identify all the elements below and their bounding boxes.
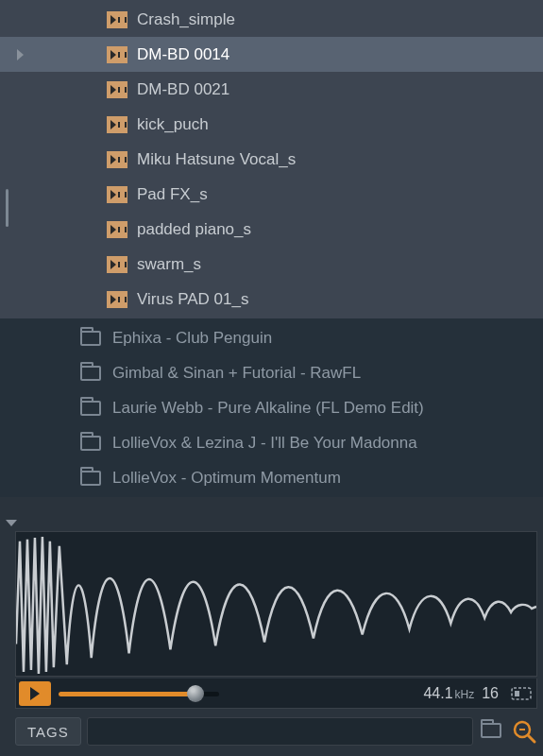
play-button[interactable] [19, 681, 51, 706]
folder-row[interactable]: Laurie Webb - Pure Alkaline (FL Demo Edi… [0, 390, 543, 425]
sample-row[interactable]: DM-BD 0021 [0, 72, 543, 107]
search-input[interactable] [87, 717, 473, 746]
sample-icon [107, 81, 127, 98]
sample-label: swarm_s [137, 255, 201, 274]
volume-slider[interactable] [59, 685, 219, 702]
sample-label: DM-BD 0014 [137, 45, 229, 64]
folder-icon [80, 331, 101, 346]
svg-rect-1 [515, 691, 519, 696]
folder-icon [80, 436, 101, 451]
sample-label: Miku Hatsune Vocal_s [137, 150, 296, 169]
collapse-arrow-icon[interactable] [6, 520, 17, 526]
folder-label: Ephixa - Club Penguin [112, 329, 272, 348]
tags-button[interactable]: TAGS [15, 717, 81, 746]
sample-icon [107, 151, 127, 168]
sample-icon [107, 116, 127, 133]
loop-icon[interactable] [511, 685, 532, 702]
sample-icon [107, 186, 127, 203]
folder-label: LollieVox & Lezina J - I'll Be Your Mado… [112, 434, 417, 453]
sample-rate-value: 44.1 [423, 685, 452, 702]
preview-controls: 44.1 kHz 16 [15, 679, 537, 709]
sample-row[interactable]: DM-BD 0014 [0, 37, 543, 72]
sample-icon [107, 256, 127, 273]
sample-row[interactable]: Miku Hatsune Vocal_s [0, 142, 543, 177]
sample-icon [107, 221, 127, 238]
sample-info: 44.1 kHz 16 [423, 685, 506, 702]
svg-line-3 [528, 735, 535, 742]
slider-thumb[interactable] [187, 685, 204, 702]
sample-label: Pad FX_s [137, 185, 208, 204]
sample-row[interactable]: padded piano_s [0, 212, 543, 247]
folder-icon [80, 471, 101, 486]
sample-row[interactable]: Crash_simple [0, 2, 543, 37]
folder-label: LollieVox - Optimum Momentum [112, 469, 341, 488]
sample-icon [107, 11, 127, 28]
bit-depth-value: 16 [482, 685, 499, 702]
sample-label: kick_puch [137, 115, 209, 134]
sample-row[interactable]: kick_puch [0, 107, 543, 142]
search-button[interactable] [511, 718, 537, 745]
folder-icon [80, 401, 101, 416]
sample-label: Virus PAD 01_s [137, 290, 248, 309]
folder-row[interactable]: Ephixa - Club Penguin [0, 320, 543, 355]
sample-label: Crash_simple [137, 10, 235, 29]
sample-icon [107, 46, 127, 63]
sample-row[interactable]: swarm_s [0, 247, 543, 282]
sample-icon [107, 291, 127, 308]
folder-row[interactable]: LollieVox - Optimum Momentum [0, 460, 543, 495]
folder-label: Laurie Webb - Pure Alkaline (FL Demo Edi… [112, 399, 424, 418]
folder-label: Gimbal & Sinan + Futorial - RawFL [112, 364, 361, 383]
sample-label: DM-BD 0021 [137, 80, 229, 99]
sample-row[interactable]: Virus PAD 01_s [0, 282, 543, 317]
folder-icon [80, 366, 101, 381]
sample-row[interactable]: Pad FX_s [0, 177, 543, 212]
open-folder-button[interactable] [481, 723, 503, 740]
browser-file-list: Crash_simpleDM-BD 0014DM-BD 0021kick_puc… [0, 0, 543, 497]
sample-rate-unit: kHz [455, 688, 475, 701]
bottom-bar: TAGS [15, 714, 537, 748]
tags-label: TAGS [27, 724, 69, 740]
folder-row[interactable]: LollieVox & Lezina J - I'll Be Your Mado… [0, 425, 543, 460]
waveform-preview[interactable] [15, 531, 537, 677]
folder-icon [481, 723, 501, 738]
folder-row[interactable]: Gimbal & Sinan + Futorial - RawFL [0, 355, 543, 390]
sample-label: padded piano_s [137, 220, 251, 239]
